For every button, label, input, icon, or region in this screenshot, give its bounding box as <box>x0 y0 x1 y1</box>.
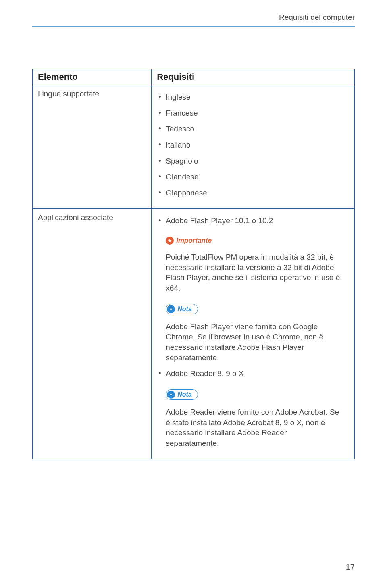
callout-importante: Importante <box>166 237 214 245</box>
element-label: Applicazioni associate <box>38 212 146 223</box>
table-row: Applicazioni associate Adobe Flash Playe… <box>33 209 354 459</box>
list-item: Francese <box>157 108 349 118</box>
callout-nota: Nota <box>166 304 198 314</box>
list-item: Adobe Reader 8, 9 o X <box>157 368 349 379</box>
callout-text: Adobe Flash Player viene fornito con Goo… <box>166 322 349 363</box>
list-item: Italiano <box>157 140 349 150</box>
callout-label: Importante <box>176 237 214 245</box>
apps-list: Adobe Reader 8, 9 o X <box>157 368 349 379</box>
arrow-down-icon <box>167 391 175 399</box>
callout-text: Adobe Reader viene fornito con Adobe Acr… <box>166 407 349 449</box>
table-row: Lingue supportate Inglese Francese Tedes… <box>33 85 354 209</box>
apps-list: Adobe Flash Player 10.1 o 10.2 <box>157 216 349 226</box>
col-header-elemento: Elemento <box>33 69 152 85</box>
list-item: Olandese <box>157 172 349 182</box>
page-header: Requisiti del computer <box>32 13 355 25</box>
table-header-row: Elemento Requisiti <box>33 69 354 85</box>
callout-nota: Nota <box>166 389 198 400</box>
content-area: Elemento Requisiti Lingue supportate Ing… <box>32 69 355 459</box>
list-item: Adobe Flash Player 10.1 o 10.2 <box>157 216 349 226</box>
col-header-requisiti: Requisiti <box>152 69 354 85</box>
page-number: 17 <box>346 563 355 572</box>
arrow-down-icon <box>167 305 175 313</box>
list-item: Tedesco <box>157 124 349 134</box>
languages-list: Inglese Francese Tedesco Italiano Spagno… <box>157 92 349 198</box>
list-item: Giapponese <box>157 188 349 198</box>
element-label: Lingue supportate <box>38 89 146 100</box>
callout-label: Nota <box>177 391 192 398</box>
list-item: Inglese <box>157 92 349 102</box>
list-item: Spagnolo <box>157 156 349 166</box>
star-icon <box>166 237 174 245</box>
callout-label: Nota <box>177 305 192 313</box>
requirements-table: Elemento Requisiti Lingue supportate Ing… <box>32 69 355 459</box>
header-rule <box>32 26 355 27</box>
callout-text: Poiché TotalFlow PM opera in modalità a … <box>166 252 349 293</box>
